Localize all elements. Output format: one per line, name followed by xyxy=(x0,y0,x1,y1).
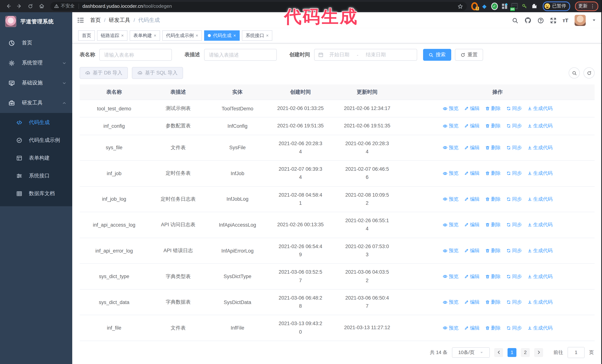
generate-code-link[interactable]: 生成代码 xyxy=(527,105,553,112)
sync-link[interactable]: 同步 xyxy=(506,170,522,177)
delete-link[interactable]: 删除 xyxy=(485,273,501,280)
browser-home-button[interactable] xyxy=(37,2,46,10)
tab[interactable]: 系统接口 × xyxy=(242,30,272,41)
delete-link[interactable]: 删除 xyxy=(485,222,501,228)
preview-link[interactable]: 预览 xyxy=(442,105,458,112)
profile-paused-chip[interactable]: 已暂停 xyxy=(543,1,570,11)
sync-link[interactable]: 同步 xyxy=(506,222,522,228)
github-icon[interactable] xyxy=(524,17,531,24)
generate-code-link[interactable]: 生成代码 xyxy=(527,222,553,228)
bookmark-star-icon[interactable] xyxy=(457,3,463,10)
sidebar-item[interactable]: 基础设施 xyxy=(0,73,72,93)
extension-icon-dark-on[interactable]: on xyxy=(511,3,518,10)
header-search-icon[interactable] xyxy=(512,17,518,24)
address-bar[interactable]: 不安全 dashboard.yudao.iocoder.cn /tool/cod… xyxy=(50,2,467,10)
app-logo[interactable]: 芋道管理系统 xyxy=(0,12,72,31)
sync-link[interactable]: 同步 xyxy=(506,145,522,151)
font-size-icon[interactable]: тT xyxy=(563,17,568,23)
tab-close-icon[interactable]: × xyxy=(266,33,269,38)
generate-code-link[interactable]: 生成代码 xyxy=(527,273,553,280)
sidebar-subitem[interactable]: 数据库文档 xyxy=(0,185,72,203)
extension-icon-grid[interactable]: ◆ xyxy=(501,3,508,10)
preview-link[interactable]: 预览 xyxy=(442,123,458,129)
browser-reload-button[interactable] xyxy=(26,2,35,10)
edit-link[interactable]: 编辑 xyxy=(464,324,480,331)
edit-link[interactable]: 编辑 xyxy=(464,145,480,151)
browser-update-button[interactable]: 更新 ⋮ xyxy=(575,1,598,11)
delete-link[interactable]: 删除 xyxy=(485,299,501,305)
reset-button[interactable]: 重置 xyxy=(455,49,483,61)
date-range-picker[interactable]: 开始日期 - 结束日期 xyxy=(314,49,417,61)
tab-close-icon[interactable]: × xyxy=(196,33,198,38)
sync-link[interactable]: 同步 xyxy=(506,105,522,112)
tab-close-icon[interactable]: × xyxy=(121,33,124,38)
sidebar-subitem[interactable]: 代码生成 xyxy=(0,114,72,131)
sync-link[interactable]: 同步 xyxy=(506,299,522,305)
sync-link[interactable]: 同步 xyxy=(506,273,522,280)
preview-link[interactable]: 预览 xyxy=(442,273,458,280)
search-button[interactable]: 搜索 xyxy=(423,49,451,61)
tab[interactable]: 表单构建 × xyxy=(130,30,160,41)
preview-link[interactable]: 预览 xyxy=(442,170,458,177)
generate-code-link[interactable]: 生成代码 xyxy=(527,170,553,177)
user-menu-caret-icon[interactable] xyxy=(592,18,596,22)
next-page-button[interactable] xyxy=(534,348,543,357)
preview-link[interactable]: 预览 xyxy=(442,324,458,331)
edit-link[interactable]: 编辑 xyxy=(464,196,480,203)
extensions-puzzle-icon[interactable] xyxy=(531,3,538,10)
delete-link[interactable]: 删除 xyxy=(485,196,501,203)
tab-close-icon[interactable]: × xyxy=(233,33,236,38)
breadcrumb-item-home[interactable]: 首页 xyxy=(90,17,101,24)
generate-code-link[interactable]: 生成代码 xyxy=(527,299,553,305)
edit-link[interactable]: 编辑 xyxy=(464,299,480,305)
sidebar-item[interactable]: 研发工具 xyxy=(0,93,72,113)
delete-link[interactable]: 删除 xyxy=(485,145,501,151)
breadcrumb-item-devtools[interactable]: 研发工具 xyxy=(109,17,130,24)
delete-link[interactable]: 删除 xyxy=(485,105,501,112)
browser-back-button[interactable] xyxy=(4,2,13,10)
preview-link[interactable]: 预览 xyxy=(442,222,458,228)
delete-link[interactable]: 删除 xyxy=(485,170,501,177)
tab-close-icon[interactable]: × xyxy=(154,33,156,38)
preview-link[interactable]: 预览 xyxy=(442,247,458,254)
sidebar-toggle-icon[interactable] xyxy=(77,17,84,23)
extension-icon-orange[interactable]: 1 xyxy=(471,3,478,10)
prev-page-button[interactable] xyxy=(494,348,503,357)
tab[interactable]: 代码生成示例 × xyxy=(162,30,202,41)
help-icon[interactable] xyxy=(537,17,544,24)
generate-code-link[interactable]: 生成代码 xyxy=(527,123,553,129)
extension-icon-diamond[interactable]: ◆ xyxy=(481,3,488,10)
edit-link[interactable]: 编辑 xyxy=(464,222,480,228)
user-avatar[interactable] xyxy=(575,15,586,26)
sync-link[interactable]: 同步 xyxy=(506,324,522,331)
delete-link[interactable]: 删除 xyxy=(485,324,501,331)
import-sql-button[interactable]: 基于 SQL 导入 xyxy=(132,67,183,79)
edit-link[interactable]: 编辑 xyxy=(464,123,480,129)
generate-code-link[interactable]: 生成代码 xyxy=(527,145,553,151)
sidebar-item[interactable]: 系统管理 xyxy=(0,53,72,73)
edit-link[interactable]: 编辑 xyxy=(464,170,480,177)
sidebar-subitem[interactable]: 代码生成示例 xyxy=(0,131,72,149)
tab[interactable]: 链路追踪 × xyxy=(97,30,128,41)
toggle-search-button[interactable] xyxy=(569,67,580,79)
tab[interactable]: 首页 xyxy=(78,30,95,41)
edit-link[interactable]: 编辑 xyxy=(464,273,480,280)
extension-icon-green-check[interactable]: ✓ xyxy=(491,3,498,10)
page-number-button[interactable]: 1 xyxy=(507,348,516,357)
sync-link[interactable]: 同步 xyxy=(506,196,522,203)
sidebar-subitem[interactable]: 表单构建 xyxy=(0,149,72,167)
preview-link[interactable]: 预览 xyxy=(442,299,458,305)
generate-code-link[interactable]: 生成代码 xyxy=(527,196,553,203)
refresh-table-button[interactable] xyxy=(583,67,595,79)
page-size-select[interactable]: 10条/页 xyxy=(452,347,490,358)
table-desc-input[interactable] xyxy=(204,49,277,61)
sidebar-subitem[interactable]: 系统接口 xyxy=(0,167,72,185)
browser-menu-icon[interactable]: ⋮ xyxy=(590,3,595,9)
edit-link[interactable]: 编辑 xyxy=(464,105,480,112)
fullscreen-icon[interactable] xyxy=(550,17,556,24)
extension-icon-key[interactable] xyxy=(521,3,528,10)
sync-link[interactable]: 同步 xyxy=(506,247,522,254)
delete-link[interactable]: 删除 xyxy=(485,123,501,129)
preview-link[interactable]: 预览 xyxy=(442,196,458,203)
goto-page-input[interactable] xyxy=(568,347,585,358)
